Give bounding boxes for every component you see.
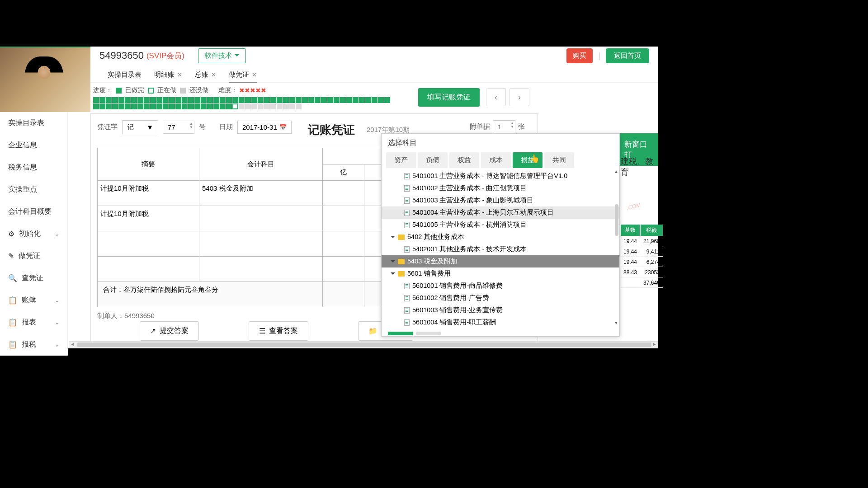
close-icon[interactable]: ✕ — [252, 71, 257, 78]
sidebar-item[interactable]: 企业信息 — [0, 134, 67, 156]
progress-cell[interactable] — [182, 103, 188, 109]
voucher-num-input[interactable]: 77▲▼ — [163, 121, 194, 134]
progress-cell[interactable] — [144, 97, 150, 103]
buy-button[interactable]: 购买 — [566, 48, 593, 63]
sidebar-item[interactable]: 会计科目概要 — [0, 201, 67, 223]
progress-cell[interactable] — [296, 103, 302, 109]
tree-item[interactable]: 5601003 销售费用-业务宣传费 — [382, 304, 619, 316]
progress-cell[interactable] — [289, 97, 295, 103]
progress-cell[interactable] — [99, 97, 105, 103]
progress-cell[interactable] — [93, 97, 99, 103]
progress-cell[interactable] — [213, 103, 219, 109]
progress-cell[interactable] — [137, 97, 143, 103]
progress-cell[interactable] — [163, 103, 169, 109]
tab-voucher[interactable]: 做凭证✕ — [229, 70, 257, 83]
progress-cell[interactable] — [226, 103, 232, 109]
progress-cell[interactable] — [169, 97, 175, 103]
prev-button[interactable]: ‹ — [486, 88, 506, 106]
sidebar-item[interactable]: 税务信息 — [0, 156, 67, 178]
progress-cell[interactable] — [315, 97, 321, 103]
progress-cell[interactable] — [340, 97, 346, 103]
progress-cell[interactable] — [207, 97, 213, 103]
progress-cell[interactable] — [283, 97, 289, 103]
progress-cell[interactable] — [353, 97, 359, 103]
popup-tab[interactable]: 成本 — [481, 152, 511, 168]
view-answer-button[interactable]: ☰查看答案 — [249, 321, 308, 341]
tree-item[interactable]: 5601002 销售费用-广告费 — [382, 292, 619, 304]
progress-cell[interactable] — [220, 97, 226, 103]
sidebar-item[interactable]: 实操重点 — [0, 178, 67, 201]
progress-cell[interactable] — [169, 103, 175, 109]
progress-cell[interactable] — [150, 97, 156, 103]
scroll-up-icon[interactable]: ▲ — [614, 169, 618, 174]
tree-item[interactable]: 5402 其他业务成本 — [382, 231, 619, 243]
progress-cell[interactable] — [106, 103, 112, 109]
software-tech-dropdown[interactable]: 软件技术 — [198, 48, 246, 63]
progress-cell[interactable] — [150, 103, 156, 109]
progress-cell[interactable] — [194, 103, 200, 109]
tree-item[interactable]: 5402001 其他业务成本 - 技术开发成本 — [382, 243, 619, 255]
tree-item[interactable]: 5401004 主营业务成本 - 上海贝尔互动展示项目 — [382, 206, 619, 219]
progress-cell[interactable] — [125, 97, 131, 103]
progress-cell[interactable] — [277, 97, 283, 103]
progress-cell[interactable] — [125, 103, 131, 109]
tree-item[interactable]: 5401003 主营业务成本 - 象山影视城项目 — [382, 194, 619, 206]
progress-cell[interactable] — [308, 97, 314, 103]
progress-cell[interactable] — [220, 103, 226, 109]
progress-cell[interactable] — [365, 97, 371, 103]
progress-cell[interactable] — [112, 103, 118, 109]
progress-cell[interactable] — [137, 103, 143, 109]
tree-item[interactable]: 5601 销售费用 — [382, 267, 619, 280]
progress-cell[interactable] — [239, 103, 245, 109]
close-icon[interactable]: ✕ — [177, 71, 182, 78]
progress-cell[interactable] — [118, 97, 124, 103]
tree-item[interactable]: 5401001 主营业务成本 - 博达智能信息管理平台V1.0 — [382, 170, 619, 182]
sidebar-item[interactable]: ⚙初始化⌄ — [0, 223, 67, 245]
horizontal-scrollbar[interactable] — [69, 341, 658, 348]
progress-cell[interactable] — [188, 103, 194, 109]
tree-item[interactable]: 5401005 主营业务成本 - 杭州消防项目 — [382, 219, 619, 231]
attach-input[interactable]: 1▲▼ — [493, 120, 515, 133]
tree-item[interactable]: 5401002 主营业务成本 - 曲江创意项目 — [382, 182, 619, 194]
scrollbar-thumb[interactable] — [615, 204, 618, 236]
progress-cell[interactable] — [188, 97, 194, 103]
progress-grid[interactable] — [93, 97, 392, 109]
confirm-button[interactable] — [388, 332, 413, 335]
progress-cell[interactable] — [201, 97, 207, 103]
fill-voucher-button[interactable]: 填写记账凭证 — [418, 88, 480, 107]
progress-cell[interactable] — [131, 103, 137, 109]
progress-cell[interactable] — [359, 97, 365, 103]
progress-cell[interactable] — [226, 97, 232, 103]
progress-cell[interactable] — [163, 97, 169, 103]
sidebar-item[interactable]: ✎做凭证 — [0, 245, 67, 267]
tab-ledger[interactable]: 明细账✕ — [154, 70, 182, 79]
tab-general[interactable]: 总账✕ — [195, 70, 216, 79]
progress-cell[interactable] — [302, 97, 308, 103]
progress-cell[interactable] — [270, 103, 276, 109]
tree-item[interactable]: 5601001 销售费用-商品维修费 — [382, 280, 619, 292]
progress-cell[interactable] — [156, 97, 162, 103]
tree-item[interactable]: 5403 税金及附加 — [382, 255, 619, 267]
scroll-down-icon[interactable]: ▼ — [614, 320, 618, 325]
tree-item[interactable]: 5601004 销售费用-职工薪酬 — [382, 316, 619, 326]
progress-cell[interactable] — [251, 97, 257, 103]
progress-cell[interactable] — [239, 97, 245, 103]
popup-tab[interactable]: 共同 — [544, 152, 574, 168]
progress-cell[interactable] — [264, 103, 270, 109]
popup-tab[interactable]: 权益 — [449, 152, 479, 168]
progress-cell[interactable] — [201, 103, 207, 109]
progress-cell[interactable] — [264, 97, 270, 103]
submit-button[interactable]: ↗提交答案 — [140, 321, 199, 341]
progress-cell[interactable] — [346, 97, 352, 103]
progress-cell[interactable] — [258, 103, 264, 109]
progress-cell[interactable] — [131, 97, 137, 103]
sidebar-item[interactable]: 📋报税⌄ — [0, 333, 67, 356]
progress-cell[interactable] — [156, 103, 162, 109]
progress-cell[interactable] — [251, 103, 257, 109]
next-button[interactable]: › — [509, 88, 529, 106]
date-input[interactable]: 2017-10-31📅 — [237, 121, 292, 134]
progress-cell[interactable] — [207, 103, 213, 109]
progress-cell[interactable] — [175, 103, 181, 109]
progress-cell[interactable] — [118, 103, 124, 109]
sidebar-item[interactable]: 🔍查凭证 — [0, 267, 67, 289]
